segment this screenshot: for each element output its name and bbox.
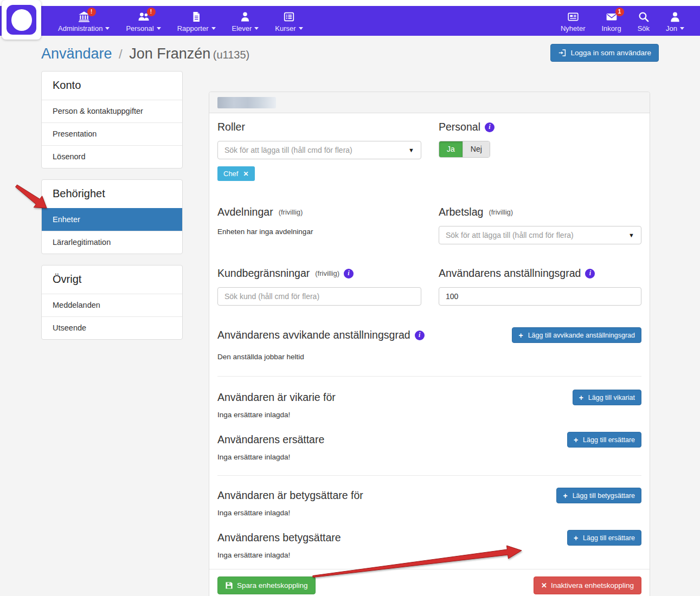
nav-right-group: Nyheter 1 Inkorg Sök Jon [553,9,692,34]
sign-in-icon [558,49,567,57]
roller-label: Roller [217,121,439,133]
avdelningar-label: Avdelningar [217,206,273,218]
sidebar-item-enheter[interactable]: Enheter [42,208,182,231]
logo-icon [7,5,36,35]
personal-yes-button[interactable]: Ja [439,141,463,157]
betygsattare-for-label: Användaren är betygsättare för [217,489,363,502]
nav-item-elever[interactable]: Elever [224,9,267,34]
roller-select[interactable]: Sök för att lägga till (håll cmd för fle… [217,141,421,159]
plus-icon: + [574,534,578,542]
sidebar-item-presentation[interactable]: Presentation [42,122,182,145]
nav-item-sok[interactable]: Sök [630,9,658,34]
select-caret-icon: ▼ [628,232,634,238]
sidebar-section-behorighet: Behörighet Enheter Lärarlegitimation [41,179,183,254]
breadcrumb-link-anvandare[interactable]: Användare [41,46,112,62]
nav-left-group: ! Administration ! Personal Rapporter El… [50,9,311,34]
avdelningar-empty-text: Enheten har inga avdelningar [217,228,439,236]
chevron-down-icon [105,27,110,30]
envelope-icon: 1 [605,11,618,23]
betygsattare-empty-text: Inga ersättare inlagda! [217,551,641,559]
chevron-down-icon [299,27,303,30]
nav-item-administration[interactable]: ! Administration [50,9,118,34]
sidebar-item-losenord[interactable]: Lösenord [42,145,182,168]
personal-no-button[interactable]: Nej [463,141,490,157]
top-navbar: ! Administration ! Personal Rapporter El… [0,6,700,36]
person-icon [239,11,251,23]
add-vikariat-button[interactable]: +Lägg till vikariat [573,390,641,405]
chevron-down-icon [157,27,161,30]
add-betygsattare-ersattare-button[interactable]: +Lägg till ersättare [567,530,641,546]
anstallningsgrad-label: Användarens anställningsgrad [439,267,581,280]
kundbegransningar-label: Kundbegränsningar [217,267,310,280]
app-logo[interactable] [2,0,41,40]
deactivate-unit-connection-button[interactable]: ✕ Inaktivera enhetskoppling [534,576,641,594]
personal-label: Personal [439,121,480,133]
arbetslag-select[interactable]: Sök för att lägga till (håll cmd för fle… [439,226,641,244]
sidebar-section-title: Konto [42,72,182,100]
chevron-down-icon [680,27,684,30]
arbetslag-label: Arbetslag [439,206,483,218]
ersattare-label: Användarens ersättare [217,433,324,446]
document-icon [191,11,202,23]
sidebar-item-lararlegitimation[interactable]: Lärarlegitimation [42,231,182,254]
nav-item-nyheter[interactable]: Nyheter [553,9,594,34]
top-strip [0,0,700,6]
info-icon[interactable]: i [344,269,354,278]
sidebar: Konto Person & kontaktuppgifter Presenta… [41,71,183,596]
save-icon [225,581,233,589]
newspaper-icon [567,11,579,23]
card-header [209,92,650,113]
list-icon [283,11,295,23]
login-as-user-button[interactable]: Logga in som användare [550,44,659,62]
save-unit-connection-button[interactable]: Spara enhetskoppling [217,576,316,594]
sidebar-item-utseende[interactable]: Utseende [42,316,182,339]
betygsattare-label: Användarens betygsättare [217,532,341,544]
bank-icon: ! [78,11,90,23]
add-ersattare-button[interactable]: +Lägg till ersättare [567,432,641,448]
sidebar-section-title: Övrigt [42,265,182,294]
breadcrumb-separator: / [119,47,123,61]
sidebar-item-person-kontaktuppgifter[interactable]: Person & kontaktuppgifter [42,100,182,122]
avvikande-label: Användarens avvikande anställningsgrad [217,329,410,341]
info-icon[interactable]: i [415,331,425,340]
sidebar-item-meddelanden[interactable]: Meddelanden [42,294,182,316]
plus-icon: + [518,331,523,340]
anstallningsgrad-input[interactable] [439,287,641,306]
vikarie-empty-text: Inga ersättare inlagda! [217,411,641,419]
kund-search-input[interactable] [217,287,421,306]
personal-badge: ! [147,8,156,16]
personal-toggle: Ja Nej [439,141,490,158]
page-title: Jon Franzén [129,46,210,62]
select-caret-icon: ▼ [408,147,414,153]
user-icon [669,11,681,23]
nav-item-kurser[interactable]: Kurser [267,9,311,34]
sidebar-section-ovrigt: Övrigt Meddelanden Utseende [41,265,183,340]
info-icon[interactable]: i [585,269,595,278]
ersattare-empty-text: Inga ersättare inlagda! [217,453,641,461]
nav-item-inkorg[interactable]: 1 Inkorg [593,9,629,34]
nav-item-user-menu[interactable]: Jon [658,9,692,34]
user-id-label: (u1135) [213,49,249,61]
administration-badge: ! [87,8,96,16]
chevron-down-icon [254,27,259,30]
main-panel: Roller Sök för att lägga till (håll cmd … [209,71,650,596]
x-icon: ✕ [541,581,547,589]
plus-icon: + [574,436,578,444]
avvikande-text: Den anställda jobbar heltid [217,353,641,361]
search-icon [638,11,650,23]
nav-item-personal[interactable]: ! Personal [118,9,169,34]
plus-icon: + [563,491,567,500]
sidebar-section-title: Behörighet [42,180,182,208]
chevron-down-icon [211,27,216,30]
role-tag-chef: Chef ✕ [217,166,255,181]
info-icon[interactable]: i [485,122,495,132]
betygsattare-for-empty-text: Inga ersättare inlagda! [217,509,641,517]
add-avvikande-button[interactable]: +Lägg till avvikande anställningsgrad [512,327,641,343]
remove-tag-icon[interactable]: ✕ [243,170,248,178]
add-betygsattare-button[interactable]: +Lägg till betygsättare [556,488,641,503]
sidebar-section-konto: Konto Person & kontaktuppgifter Presenta… [41,71,183,169]
plus-icon: + [579,393,583,402]
nav-item-rapporter[interactable]: Rapporter [169,9,224,34]
inkorg-badge: 1 [615,8,624,16]
redacted-text [217,97,276,108]
